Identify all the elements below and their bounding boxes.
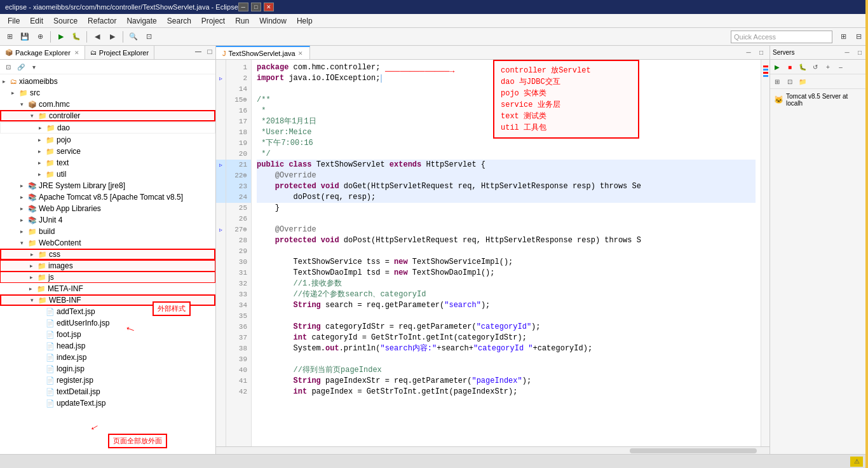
- tab-textshowservlet[interactable]: J TextShowServlet.java ✕: [216, 46, 310, 59]
- tree-item-webcontent[interactable]: ▾ 📁 WebContent: [0, 237, 215, 249]
- maximize-button[interactable]: □: [251, 3, 261, 11]
- tab-close-icon[interactable]: ✕: [74, 50, 79, 56]
- menu-help[interactable]: Help: [292, 15, 318, 27]
- tree-item-xiaomeibbs[interactable]: ▸ 🗂 xiaomeibbs: [0, 76, 215, 87]
- close-button[interactable]: ✕: [264, 3, 274, 11]
- menu-refactor[interactable]: Refactor: [83, 15, 121, 27]
- tb-run-button[interactable]: ▶: [54, 30, 68, 44]
- tree-item-register[interactable]: ▸ 📄 register.jsp: [0, 375, 215, 386]
- tree-item-meta-inf[interactable]: ▸ 📁 META-INF: [0, 283, 215, 294]
- collapse-all-button[interactable]: ⊡: [3, 61, 14, 72]
- rt-debug-button[interactable]: 🐛: [797, 61, 808, 72]
- tree-item-css[interactable]: ▸ 📁 css: [0, 249, 215, 260]
- minimize-button[interactable]: ─: [238, 3, 248, 11]
- tree-item-head[interactable]: ▸ 📄 head.jsp: [0, 340, 215, 352]
- tree-item-index[interactable]: ▸ 📄 index.jsp: [0, 352, 215, 363]
- gutter-14: [216, 84, 226, 95]
- tree-item-util[interactable]: ▸ 📁 util: [0, 169, 215, 180]
- tree-item-webapp-libs[interactable]: ▸ 📚 Web App Libraries: [0, 203, 215, 214]
- gutter-icons: ▷ ▷ ▷: [216, 60, 226, 446]
- tab-package-explorer[interactable]: 📦 Package Explorer ✕: [0, 46, 85, 59]
- editor-area: J TextShowServlet.java ✕ ─ □ ▷: [216, 46, 770, 454]
- tb-console-button[interactable]: ⊡: [142, 30, 156, 44]
- tb-save-button[interactable]: 💾: [18, 30, 32, 44]
- link-editor-button[interactable]: 🔗: [15, 61, 27, 72]
- right-maximize[interactable]: □: [854, 47, 865, 59]
- tb-forward-button[interactable]: ▶: [105, 30, 119, 44]
- server-item-tomcat[interactable]: 🐱 Tomcat v8.5 Server at localh: [773, 92, 865, 108]
- explorer-toolbar: ⊡ 🔗 ▾: [0, 60, 215, 74]
- tree-item-junit[interactable]: ▸ 📚 JUnit 4: [0, 214, 215, 226]
- tree-item-src[interactable]: ▸ 📁 src: [0, 87, 215, 99]
- editor-minimize[interactable]: ─: [743, 47, 754, 59]
- code-content[interactable]: package com.hmc.controller; import java.…: [252, 60, 761, 446]
- tree-item-textdetail[interactable]: ▸ 📄 textDetail.jsp: [0, 386, 215, 397]
- service-icon: 📁: [46, 148, 55, 156]
- horizontal-scrollbar[interactable]: [216, 446, 770, 454]
- status-warning-icon[interactable]: ⚠: [850, 457, 863, 467]
- rt-restart-button[interactable]: ↺: [810, 61, 821, 72]
- menu-window[interactable]: Window: [254, 15, 292, 27]
- rt-folder-button[interactable]: 📁: [797, 76, 808, 87]
- rt-stop-button[interactable]: ■: [784, 61, 796, 72]
- rt-publish-button[interactable]: ⊞: [771, 76, 783, 87]
- rt-start-button[interactable]: ▶: [771, 61, 783, 72]
- tree-item-com-hmc[interactable]: ▾ 📦 com.hmc: [0, 99, 215, 110]
- tree-item-web-inf[interactable]: ▾ 📁 WEB-INF: [0, 294, 215, 306]
- file-tree[interactable]: ▸ 🗂 xiaomeibbs ▸ 📁 src ▾ 📦 com.hmc: [0, 74, 215, 454]
- menu-source[interactable]: Source: [48, 15, 83, 27]
- tree-item-jre[interactable]: ▸ 📚 JRE System Library [jre8]: [0, 180, 215, 191]
- tb-new-button[interactable]: ⊞: [3, 30, 17, 44]
- quick-access-input[interactable]: Quick Access: [731, 31, 832, 43]
- view-menu-button[interactable]: ▾: [28, 61, 39, 72]
- menu-project[interactable]: Project: [196, 15, 230, 27]
- tb-layout-button[interactable]: ⊟: [851, 30, 865, 44]
- right-edge-strip: [865, 0, 868, 468]
- tab-project-explorer[interactable]: 🗂 Project Explorer: [85, 46, 154, 59]
- tree-item-pojo[interactable]: ▸ 📁 pojo: [0, 134, 215, 146]
- ln-19: 19: [226, 138, 251, 149]
- tree-item-build[interactable]: ▸ 📁 build: [0, 226, 215, 237]
- tree-item-tomcat[interactable]: ▸ 📚 Apache Tomcat v8.5 [Apache Tomcat v8…: [0, 191, 215, 203]
- tree-item-controller[interactable]: ▾ 📁 controller: [0, 110, 215, 121]
- tb-perspective-button[interactable]: ⊞: [836, 30, 850, 44]
- tree-item-images[interactable]: ▸ 📁 images: [0, 260, 215, 272]
- tree-item-login[interactable]: ▸ 📄 login.jsp: [0, 363, 215, 375]
- menu-edit[interactable]: Edit: [25, 15, 48, 27]
- tb-save-all-button[interactable]: ⊕: [33, 30, 47, 44]
- menu-run[interactable]: Run: [230, 15, 254, 27]
- editor-tab-close[interactable]: ✕: [298, 50, 303, 57]
- code-line-38: System.out.println("search内容:"+search+"c…: [257, 343, 756, 354]
- tree-label-text: text: [57, 158, 69, 167]
- gutter-42: [216, 387, 226, 397]
- tree-item-updatetext[interactable]: ▸ 📄 updateText.jsp: [0, 397, 215, 409]
- tree-item-foot[interactable]: ▸ 📄 foot.jsp: [0, 329, 215, 340]
- h-scrollbar-thumb[interactable]: [630, 448, 757, 453]
- menu-navigate[interactable]: Navigate: [121, 15, 161, 27]
- tb-debug-button[interactable]: 🐛: [69, 30, 83, 44]
- tree-item-addtext[interactable]: ▸ 📄 addText.jsp: [0, 306, 215, 317]
- rt-add-button[interactable]: +: [822, 61, 834, 72]
- tree-item-service[interactable]: ▸ 📁 service: [0, 146, 215, 157]
- tree-item-js[interactable]: ▸ 📁 js: [0, 272, 215, 283]
- tree-arrow: ▸: [30, 263, 37, 269]
- tb-back-button[interactable]: ◀: [90, 30, 104, 44]
- tb-search-button[interactable]: 🔍: [126, 30, 140, 44]
- editor-scrollbar[interactable]: [761, 60, 770, 446]
- rt-remove-button[interactable]: –: [835, 61, 846, 72]
- right-minimize[interactable]: ─: [841, 47, 853, 59]
- editor-maximize[interactable]: □: [756, 47, 767, 59]
- minimize-panel-button[interactable]: ─: [193, 46, 204, 57]
- gutter-22: [216, 170, 226, 181]
- tree-item-text[interactable]: ▸ 📁 text: [0, 157, 215, 169]
- maximize-panel-button[interactable]: □: [204, 46, 215, 57]
- css-icon: 📁: [38, 251, 47, 259]
- tree-item-edituserinfo[interactable]: ▸ 📄 editUserInfo.jsp: [0, 317, 215, 329]
- tree-item-dao[interactable]: ▸ 📁 dao: [0, 122, 215, 134]
- rt-view-button[interactable]: ⊡: [784, 76, 796, 87]
- statusbar: ⚠: [0, 454, 868, 468]
- tree-label-jre: JRE System Library [jre8]: [39, 181, 125, 190]
- jre-icon: 📚: [28, 182, 37, 190]
- menu-search[interactable]: Search: [162, 15, 196, 27]
- menu-file[interactable]: File: [3, 15, 25, 27]
